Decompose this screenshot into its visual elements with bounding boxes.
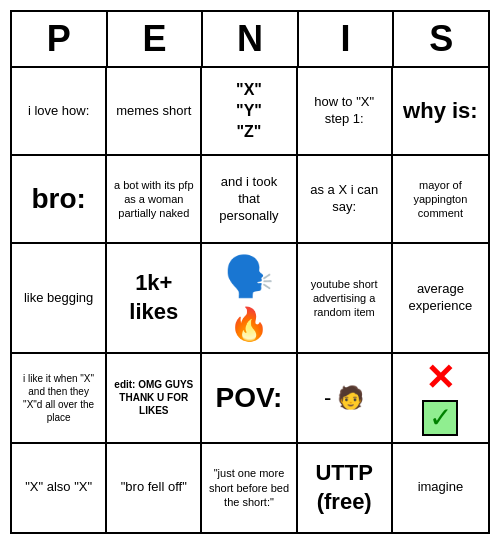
cell-text: how to "X" step 1: <box>304 94 385 128</box>
cell-r1c3: "X""Y""Z" <box>202 68 297 156</box>
cell-r1c4: how to "X" step 1: <box>298 68 393 156</box>
cell-text: "X" also "X" <box>25 479 92 496</box>
cell-r3c3: 🗣️ 🔥 <box>202 244 297 354</box>
title-e: E <box>108 12 204 68</box>
cell-text: i like it when "X" and then they "X"d al… <box>18 372 99 424</box>
cell-text: youtube short advertising a random item <box>304 277 385 320</box>
cell-r5c1: "X" also "X" <box>12 444 107 532</box>
cell-text: i love how: <box>28 103 89 120</box>
title-n: N <box>203 12 299 68</box>
cell-text: 1k+ likes <box>113 269 194 326</box>
title-i: I <box>299 12 395 68</box>
cell-r5c5: imagine <box>393 444 488 532</box>
cell-text: mayor of yappington comment <box>399 178 482 221</box>
title-s: S <box>394 12 488 68</box>
cell-r4c2: edit: OMG GUYS THANK U FOR LIKES <box>107 354 202 444</box>
cell-r4c3: POV: <box>202 354 297 444</box>
cell-text: and i took that personally <box>208 174 289 225</box>
bingo-grid: i love how: memes short "X""Y""Z" how to… <box>12 68 488 532</box>
cell-r2c5: mayor of yappington comment <box>393 156 488 244</box>
cell-r4c4: - 🧑 <box>298 354 393 444</box>
cell-text: "just one more short before bed the shor… <box>208 466 289 509</box>
cross-check-container: ✕ ✓ <box>422 360 458 436</box>
cell-r1c2: memes short <box>107 68 202 156</box>
bingo-card: P E N I S i love how: memes short "X""Y"… <box>10 10 490 534</box>
cell-r2c1: bro: <box>12 156 107 244</box>
cell-text: why is: <box>403 97 478 126</box>
cell-text: POV: <box>216 380 283 416</box>
cell-text: as a X i can say: <box>304 182 385 216</box>
cell-r3c5: average experience <box>393 244 488 354</box>
cell-r5c4: UTTP (free) <box>298 444 393 532</box>
cell-text: memes short <box>116 103 191 120</box>
cell-text: average experience <box>399 281 482 315</box>
cell-r1c5: why is: <box>393 68 488 156</box>
bingo-title-row: P E N I S <box>12 12 488 68</box>
cell-r2c4: as a X i can say: <box>298 156 393 244</box>
cell-text: - 🧑 <box>324 384 364 413</box>
fire-emoji: 🔥 <box>229 304 269 346</box>
cell-text: a bot with its pfp as a woman partially … <box>113 178 194 221</box>
cell-r4c5: ✕ ✓ <box>393 354 488 444</box>
cell-r2c3: and i took that personally <box>202 156 297 244</box>
cell-r2c2: a bot with its pfp as a woman partially … <box>107 156 202 244</box>
red-x-icon: ✕ <box>425 360 455 396</box>
cell-text: imagine <box>418 479 464 496</box>
cell-text: "bro fell off" <box>121 479 187 496</box>
cell-r5c3: "just one more short before bed the shor… <box>202 444 297 532</box>
cell-r5c2: "bro fell off" <box>107 444 202 532</box>
cell-r3c1: like begging <box>12 244 107 354</box>
head-emoji: 🗣️ <box>224 250 274 302</box>
cell-r3c4: youtube short advertising a random item <box>298 244 393 354</box>
cell-text: edit: OMG GUYS THANK U FOR LIKES <box>113 378 194 417</box>
cell-text: UTTP (free) <box>304 459 385 516</box>
cell-r4c1: i like it when "X" and then they "X"d al… <box>12 354 107 444</box>
title-p: P <box>12 12 108 68</box>
green-check-icon: ✓ <box>422 400 458 436</box>
cell-text: "X""Y""Z" <box>236 80 262 142</box>
cell-text: bro: <box>31 181 85 217</box>
cell-r1c1: i love how: <box>12 68 107 156</box>
cell-text: like begging <box>24 290 93 307</box>
cell-r3c2: 1k+ likes <box>107 244 202 354</box>
